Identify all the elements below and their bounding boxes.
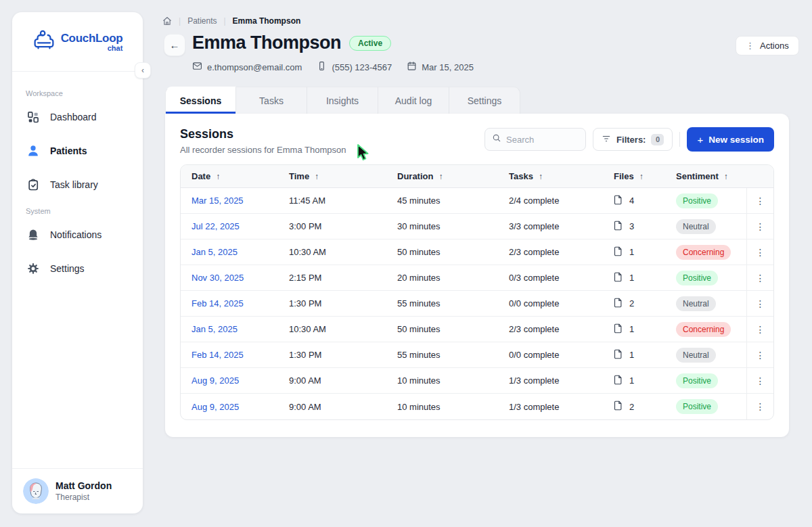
table-body: Mar 15, 202511:45 AM45 minutes2/4 comple… <box>181 188 773 419</box>
search-input[interactable] <box>506 135 579 145</box>
sessions-table: Date↑Time↑Duration↑Tasks↑Files↑Sentiment… <box>180 164 774 420</box>
file-icon <box>614 323 623 336</box>
phone-icon <box>317 61 327 73</box>
table-row[interactable]: Feb 14, 20251:30 PM55 minutes0/0 complet… <box>181 342 773 368</box>
tab-tasks[interactable]: Tasks <box>236 87 307 114</box>
file-icon <box>614 195 623 207</box>
user-avatar <box>23 478 49 504</box>
column-header-files[interactable]: Files↑ <box>614 171 676 181</box>
session-tasks: 2/4 complete <box>509 196 614 206</box>
new-session-button[interactable]: + New session <box>687 127 774 152</box>
session-tasks: 0/0 complete <box>509 298 614 308</box>
sort-ascending-icon: ↑ <box>216 172 220 181</box>
sidebar-collapse-button[interactable]: ‹ <box>135 62 151 78</box>
session-date-link[interactable]: Aug 9, 2025 <box>191 402 239 412</box>
search-box[interactable] <box>484 128 586 151</box>
filter-icon <box>602 134 611 145</box>
actions-button[interactable]: ⋮ Actions <box>736 36 799 55</box>
session-tasks: 2/3 complete <box>509 324 614 334</box>
column-header-tasks[interactable]: Tasks↑ <box>509 171 614 181</box>
patient-phone: (555) 123-4567 <box>317 61 392 73</box>
chevron-left-icon: ‹ <box>141 66 144 75</box>
file-icon <box>614 272 623 284</box>
session-date-link[interactable]: Nov 30, 2025 <box>191 273 244 283</box>
table-row[interactable]: Jan 5, 202510:30 AM50 minutes2/3 complet… <box>181 239 773 265</box>
session-tasks: 1/3 complete <box>509 375 614 386</box>
column-header-time[interactable]: Time↑ <box>289 171 397 181</box>
row-menu-button[interactable]: ⋮ <box>746 188 773 213</box>
sidebar-item-task-library[interactable]: Task library <box>22 170 133 199</box>
table-row[interactable]: Feb 14, 20251:30 PM55 minutes0/0 complet… <box>181 291 773 317</box>
session-time: 3:00 PM <box>289 221 397 231</box>
home-icon[interactable] <box>162 16 172 26</box>
file-icon <box>614 221 623 233</box>
row-menu-button[interactable]: ⋮ <box>746 239 773 265</box>
session-duration: 45 minutes <box>397 196 509 206</box>
row-menu-button[interactable]: ⋮ <box>746 342 773 367</box>
session-time: 10:30 AM <box>289 324 397 334</box>
filters-button[interactable]: Filters: 0 <box>593 128 673 151</box>
column-header-date[interactable]: Date↑ <box>181 171 289 181</box>
session-tasks: 0/3 complete <box>509 273 614 283</box>
column-header-menu <box>746 165 773 187</box>
session-date-link[interactable]: Jan 5, 2025 <box>191 247 238 257</box>
sentiment-badge: Positive <box>676 193 718 208</box>
kebab-menu-icon: ⋮ <box>756 350 765 361</box>
user-card[interactable]: Matt Gordon Therapist <box>12 468 143 513</box>
sentiment-badge: Neutral <box>676 348 716 363</box>
session-time: 10:30 AM <box>289 247 397 257</box>
row-menu-button[interactable]: ⋮ <box>746 265 773 290</box>
sidebar-item-notifications[interactable]: Notifications <box>22 221 133 249</box>
tab-sessions[interactable]: Sessions <box>165 87 236 114</box>
session-date-link[interactable]: Jan 5, 2025 <box>191 324 238 334</box>
file-icon <box>614 349 623 361</box>
breadcrumb-patients[interactable]: Patients <box>187 16 217 26</box>
user-role: Therapist <box>55 492 112 502</box>
table-row[interactable]: Nov 30, 20252:15 PM20 minutes0/3 complet… <box>181 265 773 291</box>
row-menu-button[interactable]: ⋮ <box>746 214 773 239</box>
table-row[interactable]: Aug 9, 20259:00 AM10 minutes1/3 complete… <box>181 368 773 394</box>
row-menu-button[interactable]: ⋮ <box>746 394 773 419</box>
row-menu-button[interactable]: ⋮ <box>746 291 773 316</box>
tab-insights[interactable]: Insights <box>307 87 378 114</box>
session-files: 1 <box>614 272 634 284</box>
panel-title: Sessions <box>180 127 346 141</box>
patient-email: e.thompson@email.com <box>192 61 302 73</box>
table-row[interactable]: Jul 22, 20253:00 PM30 minutes3/3 complet… <box>181 214 773 239</box>
session-date-link[interactable]: Aug 9, 2025 <box>191 375 239 386</box>
table-row[interactable]: Aug 9, 20259:00 AM10 minutes1/3 complete… <box>181 394 773 419</box>
settings-icon <box>26 261 41 276</box>
column-header-sentiment[interactable]: Sentiment↑ <box>676 171 746 181</box>
session-duration: 55 minutes <box>397 350 509 360</box>
session-date-link[interactable]: Feb 14, 2025 <box>191 298 244 308</box>
arrow-left-icon: ← <box>170 39 180 51</box>
plus-icon: + <box>697 134 703 145</box>
sidebar-item-dashboard[interactable]: Dashboard <box>22 103 133 131</box>
brand-sub: chat <box>61 44 123 52</box>
session-date-link[interactable]: Feb 14, 2025 <box>191 350 244 360</box>
session-duration: 10 minutes <box>397 375 509 386</box>
session-files: 2 <box>614 400 634 413</box>
tab-audit-log[interactable]: Audit log <box>378 87 449 114</box>
sentiment-badge: Concerning <box>676 245 731 260</box>
row-menu-button[interactable]: ⋮ <box>746 368 773 393</box>
sidebar-item-patients[interactable]: Patients <box>22 137 133 165</box>
brand-name: CouchLoop <box>61 32 123 45</box>
back-button[interactable]: ← <box>164 34 185 56</box>
session-files: 3 <box>614 221 634 233</box>
sort-ascending-icon: ↑ <box>438 172 443 181</box>
tab-settings[interactable]: Settings <box>449 87 520 114</box>
notifications-icon <box>26 227 41 242</box>
table-row[interactable]: Mar 15, 202511:45 AM45 minutes2/4 comple… <box>181 188 773 214</box>
table-row[interactable]: Jan 5, 202510:30 AM50 minutes2/3 complet… <box>181 317 773 342</box>
sort-ascending-icon: ↑ <box>639 172 644 181</box>
sidebar-item-settings[interactable]: Settings <box>22 254 133 283</box>
column-header-duration[interactable]: Duration↑ <box>397 171 509 181</box>
filters-count-badge: 0 <box>651 134 664 145</box>
session-date-link[interactable]: Mar 15, 2025 <box>191 196 244 206</box>
row-menu-button[interactable]: ⋮ <box>746 317 773 342</box>
session-time: 9:00 AM <box>289 375 397 386</box>
session-duration: 50 minutes <box>397 247 509 257</box>
session-time: 9:00 AM <box>289 402 397 412</box>
session-date-link[interactable]: Jul 22, 2025 <box>191 221 240 231</box>
